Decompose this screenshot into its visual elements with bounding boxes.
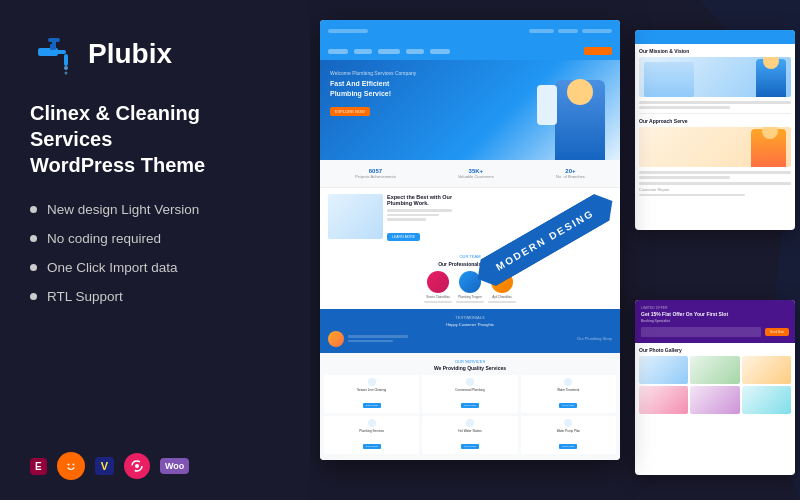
left-panel: Plubix Clinex & Cleaning Services WordPr… bbox=[0, 0, 310, 500]
feature-item: RTL Support bbox=[30, 289, 280, 304]
gallery-item bbox=[742, 356, 791, 384]
mock-testimonial-text: Happy Customer Thoughts bbox=[328, 322, 612, 327]
mock-hero-btn: EXPLORE NOW bbox=[330, 107, 370, 116]
mock-stat: 6057 Projects Achievements bbox=[355, 168, 395, 179]
hero-person-figure bbox=[535, 60, 615, 160]
visual-composer-icon: V bbox=[95, 457, 114, 475]
feature-item: No coding required bbox=[30, 231, 280, 246]
main-container: Plubix Clinex & Cleaning Services WordPr… bbox=[0, 0, 800, 500]
gallery-item bbox=[690, 356, 739, 384]
feature-item: New design Light Version bbox=[30, 202, 280, 217]
mock-header bbox=[320, 20, 620, 42]
gallery-item bbox=[742, 386, 791, 414]
bullet-icon bbox=[30, 293, 37, 300]
svg-point-9 bbox=[67, 464, 69, 466]
mock-service-item: Commercial Plumbing EXPLORE bbox=[422, 375, 517, 413]
mock-services-grid: Sewers Line Cleaning EXPLORE Commercial … bbox=[324, 375, 616, 454]
svg-point-8 bbox=[64, 459, 78, 473]
mock-stats: 6057 Projects Achievements 35K+ Valuable… bbox=[320, 160, 620, 188]
face-icon bbox=[57, 452, 85, 480]
mock-service-item: Water Pump Plan EXPLORE bbox=[521, 416, 616, 454]
approach-title: Our Approach Serve bbox=[639, 118, 791, 124]
svg-point-5 bbox=[65, 72, 68, 75]
mock-stat: 35K+ Valuable Customers bbox=[458, 168, 494, 179]
side-header-bar bbox=[635, 30, 795, 44]
gallery-item bbox=[639, 356, 688, 384]
woocommerce-icon: Woo bbox=[160, 458, 189, 474]
spin-icon bbox=[124, 453, 150, 479]
side-img-placeholder bbox=[639, 57, 791, 97]
svg-rect-2 bbox=[56, 50, 66, 54]
logo-area: Plubix bbox=[30, 30, 280, 78]
gallery-section: Our Photo Gallery bbox=[635, 343, 795, 418]
mock-team-title: Our Professionals Member bbox=[324, 261, 616, 267]
website-side-top-mockup: Our Mission & Vision Our Approach Serve bbox=[635, 30, 795, 230]
mock-team-section: OUR TEAM Our Professionals Member Simon … bbox=[320, 248, 620, 309]
mock-member: Simon Chambliss bbox=[424, 271, 452, 303]
bullet-icon bbox=[30, 235, 37, 242]
gallery-item bbox=[639, 386, 688, 414]
gallery-grid bbox=[639, 356, 791, 414]
gallery-title: Our Photo Gallery bbox=[639, 347, 791, 353]
plugin-icons: E V Woo bbox=[30, 442, 280, 480]
mock-service-item: Sewers Line Cleaning EXPLORE bbox=[324, 375, 419, 413]
features-list: New design Light Version No coding requi… bbox=[30, 202, 280, 318]
faucet-icon bbox=[30, 30, 78, 78]
bullet-icon bbox=[30, 206, 37, 213]
gallery-item bbox=[690, 386, 739, 414]
approach-img bbox=[639, 127, 791, 167]
svg-rect-3 bbox=[64, 54, 68, 66]
svg-point-10 bbox=[72, 464, 74, 466]
right-panel: Welcome Plumbing Services Company Fast A… bbox=[310, 0, 800, 500]
svg-point-4 bbox=[64, 66, 68, 70]
mock-hero: Welcome Plumbing Services Company Fast A… bbox=[320, 60, 620, 160]
mock-services-section: OUR SERVICES We Providing Quality Servic… bbox=[320, 353, 620, 460]
elementor-icon: E bbox=[30, 458, 47, 475]
svg-rect-7 bbox=[48, 38, 60, 42]
mock-service-item: Plumbing Services EXPLORE bbox=[324, 416, 419, 454]
svg-point-12 bbox=[135, 464, 139, 468]
side-section-title: Our Mission & Vision bbox=[639, 48, 791, 54]
mock-team-members: Simon Chambliss Plumbing Tropper Ayli Ch… bbox=[324, 271, 616, 303]
mock-testimonial: TESTIMONIALS Happy Customer Thoughts Our… bbox=[320, 309, 620, 353]
mock-nav bbox=[320, 42, 620, 60]
purple-title: Get 15% Flat Offer On Your First Slot bbox=[641, 311, 789, 317]
feature-item: One Click Import data bbox=[30, 260, 280, 275]
mock-service-item: Water Treatment EXPLORE bbox=[521, 375, 616, 413]
logo-text: Plubix bbox=[88, 38, 172, 70]
purple-subtitle: Booking Specialist bbox=[641, 319, 789, 323]
mock-services-title: We Providing Quality Services bbox=[324, 365, 616, 371]
purple-section: LIMITED OFFER Get 15% Flat Offer On Your… bbox=[635, 300, 795, 343]
website-side-bottom-mockup: LIMITED OFFER Get 15% Flat Offer On Your… bbox=[635, 300, 795, 475]
mock-service-item: Hot Water Station EXPLORE bbox=[422, 416, 517, 454]
mock-hero-title: Fast And EfficientPlumbing Service! bbox=[330, 79, 484, 99]
theme-title: Clinex & Cleaning Services WordPress The… bbox=[30, 100, 280, 178]
mock-stat: 20+ No. of Branches bbox=[556, 168, 585, 179]
purple-btn: Book Now bbox=[765, 328, 789, 336]
bullet-icon bbox=[30, 264, 37, 271]
